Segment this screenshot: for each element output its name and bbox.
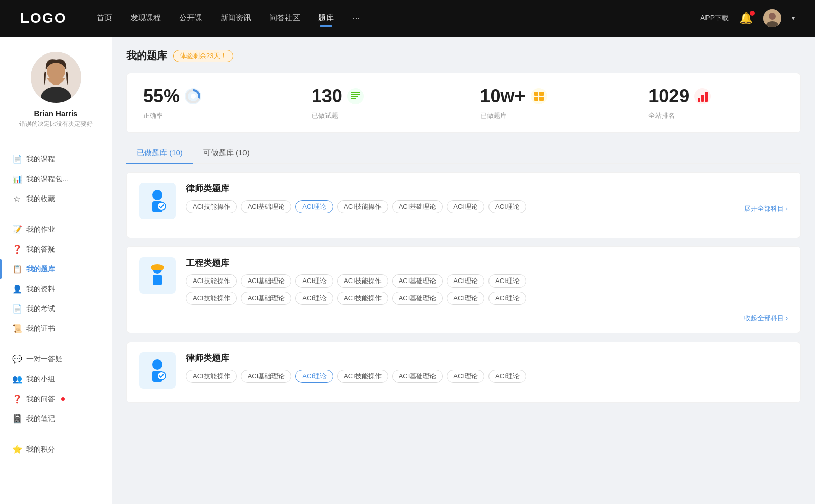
sidebar-item-profile[interactable]: 👤 我的资料 bbox=[0, 279, 112, 299]
stat-done-questions: 130 已做试题 bbox=[295, 86, 464, 120]
tag-2b-3[interactable]: ACI技能操作 bbox=[337, 292, 388, 305]
sidebar-item-points[interactable]: ⭐ 我的积分 bbox=[0, 439, 112, 459]
tag-2-2[interactable]: ACI理论 bbox=[295, 274, 333, 288]
stat-label-3: 已做题库 bbox=[480, 111, 507, 120]
tag-2b-0[interactable]: ACI技能操作 bbox=[186, 292, 237, 305]
expand-link-1[interactable]: 展开全部科目 › bbox=[744, 204, 788, 213]
lawyer-icon-2 bbox=[144, 357, 171, 384]
svg-point-24 bbox=[152, 359, 162, 370]
nav-news[interactable]: 新闻资讯 bbox=[221, 13, 251, 24]
stat-top-2: 130 bbox=[312, 86, 364, 107]
app-download-btn[interactable]: APP下载 bbox=[700, 14, 729, 23]
collapse-link-2[interactable]: 收起全部科目 › bbox=[744, 314, 788, 322]
svg-rect-16 bbox=[539, 97, 544, 101]
page-layout: Brian Harris 错误的决定比没有决定要好 📄 我的课程 📊 我的课程包… bbox=[0, 37, 815, 504]
tag-1-2[interactable]: ACI理论 bbox=[295, 200, 333, 213]
nav-more[interactable]: ··· bbox=[352, 13, 360, 24]
qbank-info-2: 工程类题库 ACI技能操作 ACI基础理论 ACI理论 ACI技能操作 ACI基… bbox=[186, 257, 788, 305]
nav-qa[interactable]: 问答社区 bbox=[269, 13, 300, 24]
exam-icon: 📄 bbox=[12, 304, 21, 314]
tag-3-0[interactable]: ACI技能操作 bbox=[186, 370, 237, 383]
tag-2-4[interactable]: ACI基础理论 bbox=[392, 274, 443, 288]
stat-icon-4 bbox=[694, 88, 711, 104]
stat-rank: 1029 全站排名 bbox=[632, 86, 800, 120]
qbank-icon: 📋 bbox=[12, 264, 21, 274]
page-title: 我的题库 bbox=[126, 49, 167, 63]
nav-home[interactable]: 首页 bbox=[97, 13, 112, 24]
svg-point-26 bbox=[157, 372, 166, 380]
qbank-header-3: 律师类题库 ACI技能操作 ACI基础理论 ACI理论 ACI技能操作 ACI基… bbox=[139, 352, 788, 389]
tag-1-3[interactable]: ACI技能操作 bbox=[337, 200, 388, 213]
svg-point-17 bbox=[152, 190, 162, 200]
tag-1-4[interactable]: ACI基础理论 bbox=[392, 200, 443, 213]
tab-done[interactable]: 已做题库 (10) bbox=[126, 143, 193, 163]
nav-discover[interactable]: 发现课程 bbox=[130, 13, 161, 24]
tag-3-6[interactable]: ACI理论 bbox=[488, 370, 526, 383]
user-chevron[interactable]: ▾ bbox=[792, 15, 795, 22]
tag-3-5[interactable]: ACI理论 bbox=[447, 370, 484, 383]
sidebar-item-courses[interactable]: 📄 我的课程 bbox=[0, 149, 112, 169]
qbank-footer-2: 收起全部科目 › bbox=[139, 313, 788, 323]
tag-2b-4[interactable]: ACI基础理论 bbox=[392, 292, 443, 305]
qbank-card-lawyer-2: 律师类题库 ACI技能操作 ACI基础理论 ACI理论 ACI技能操作 ACI基… bbox=[126, 342, 801, 403]
stat-top-4: 1029 bbox=[648, 86, 711, 107]
sidebar-item-exam[interactable]: 📄 我的考试 bbox=[0, 299, 112, 319]
qbank-icon-wrap-1 bbox=[139, 183, 176, 219]
sidebar-item-homework[interactable]: 📝 我的作业 bbox=[0, 219, 112, 239]
coursepack-icon: 📊 bbox=[12, 174, 21, 184]
sidebar-item-qanda[interactable]: ❓ 我的答疑 bbox=[0, 239, 112, 259]
sidebar-divider-3 bbox=[0, 344, 112, 344]
qbank-card-engineer: 工程类题库 ACI技能操作 ACI基础理论 ACI理论 ACI技能操作 ACI基… bbox=[126, 246, 801, 333]
certificate-icon: 📜 bbox=[12, 324, 21, 333]
svg-rect-14 bbox=[539, 92, 544, 96]
sidebar: Brian Harris 错误的决定比没有决定要好 📄 我的课程 📊 我的课程包… bbox=[0, 37, 112, 504]
tag-3-2[interactable]: ACI理论 bbox=[295, 370, 333, 383]
svg-rect-12 bbox=[351, 98, 356, 99]
tag-1-0[interactable]: ACI技能操作 bbox=[186, 200, 237, 213]
favorites-icon: ☆ bbox=[12, 194, 21, 204]
tag-2b-5[interactable]: ACI理论 bbox=[447, 292, 484, 305]
stat-top-1: 55% bbox=[143, 86, 201, 107]
sidebar-item-tutor[interactable]: 💬 一对一答疑 bbox=[0, 349, 112, 369]
tag-2-5[interactable]: ACI理论 bbox=[447, 274, 484, 288]
nav-opencourse[interactable]: 公开课 bbox=[179, 13, 202, 24]
tag-1-5[interactable]: ACI理论 bbox=[447, 200, 484, 213]
svg-point-19 bbox=[157, 202, 166, 210]
tab-available[interactable]: 可做题库 (10) bbox=[193, 143, 260, 163]
tag-1-6[interactable]: ACI理论 bbox=[488, 200, 526, 213]
sidebar-item-my-qa[interactable]: ❓ 我的问答 bbox=[0, 389, 112, 409]
user-avatar[interactable] bbox=[763, 9, 781, 27]
sidebar-item-coursepack[interactable]: 📊 我的课程包... bbox=[0, 169, 112, 189]
sidebar-item-certificate[interactable]: 📜 我的证书 bbox=[0, 319, 112, 339]
tag-2b-1[interactable]: ACI基础理论 bbox=[241, 292, 292, 305]
svg-rect-9 bbox=[351, 92, 360, 93]
tag-2b-6[interactable]: ACI理论 bbox=[488, 292, 526, 305]
qbank-icon-wrap-3 bbox=[139, 352, 176, 389]
tag-2-1[interactable]: ACI基础理论 bbox=[241, 274, 292, 288]
stat-value-3: 10w+ bbox=[480, 86, 526, 107]
stat-value-1: 55% bbox=[143, 86, 180, 107]
tag-2-6[interactable]: ACI理论 bbox=[488, 274, 526, 288]
notification-bell[interactable]: 🔔 bbox=[739, 12, 753, 25]
sidebar-item-qbank[interactable]: 📋 我的题库 bbox=[0, 259, 112, 279]
page-header: 我的题库 体验剩余23天！ bbox=[126, 49, 801, 63]
tag-3-4[interactable]: ACI基础理论 bbox=[392, 370, 443, 383]
tag-1-1[interactable]: ACI基础理论 bbox=[241, 200, 292, 213]
points-icon: ⭐ bbox=[12, 444, 21, 454]
sidebar-item-notes[interactable]: 📓 我的笔记 bbox=[0, 409, 112, 429]
sidebar-divider-1 bbox=[0, 144, 112, 144]
tag-2-3[interactable]: ACI技能操作 bbox=[337, 274, 388, 288]
sidebar-item-favorites[interactable]: ☆ 我的收藏 bbox=[0, 189, 112, 209]
tag-3-1[interactable]: ACI基础理论 bbox=[241, 370, 292, 383]
tag-2b-2[interactable]: ACI理论 bbox=[295, 292, 333, 305]
svg-rect-23 bbox=[152, 268, 163, 270]
sidebar-item-group[interactable]: 👥 我的小组 bbox=[0, 369, 112, 389]
svg-rect-21 bbox=[153, 275, 162, 285]
tags-row-3: ACI技能操作 ACI基础理论 ACI理论 ACI技能操作 ACI基础理论 AC… bbox=[186, 370, 788, 383]
logo[interactable]: LOGO bbox=[20, 10, 66, 26]
stat-value-2: 130 bbox=[312, 86, 342, 107]
tag-3-3[interactable]: ACI技能操作 bbox=[337, 370, 388, 383]
tag-2-0[interactable]: ACI技能操作 bbox=[186, 274, 237, 288]
nav-qbank[interactable]: 题库 bbox=[318, 13, 334, 24]
qbank-header-1: 律师类题库 ACI技能操作 ACI基础理论 ACI理论 ACI技能操作 ACI基… bbox=[139, 183, 788, 219]
